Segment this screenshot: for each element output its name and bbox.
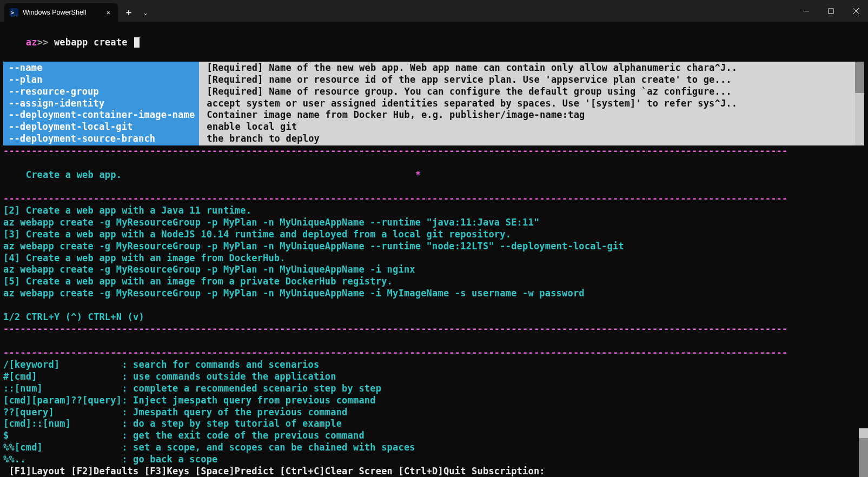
powershell-icon: >_	[10, 8, 18, 17]
doc-header: Create a web app. *	[3, 157, 866, 193]
separator-line: ----------------------------------------…	[3, 347, 866, 359]
help-label: %%..	[3, 454, 122, 466]
completion-option[interactable]: --deployment-source-branch	[9, 133, 195, 145]
completion-option[interactable]: --plan	[9, 74, 195, 86]
window-controls	[793, 0, 868, 22]
tab-title: Windows PowerShell	[23, 9, 100, 16]
completion-dropdown[interactable]: --name --plan --resource-group --assign-…	[3, 62, 864, 145]
prompt-symbol: >>	[37, 37, 54, 48]
completion-description: [Required] Name of resource group. You c…	[207, 86, 864, 98]
help-label: #[cmd]	[3, 371, 122, 383]
footer-hints: [F1]Layout [F2]Defaults [F3]Keys [Space]…	[3, 466, 866, 477]
help-description: : set a scope, and scopes can be chained…	[122, 442, 415, 453]
completion-option[interactable]: --deployment-container-image-name	[9, 109, 195, 121]
new-tab-button[interactable]: ＋	[118, 3, 140, 22]
completion-option[interactable]: --assign-identity	[9, 98, 195, 110]
help-description: : search for commands and scenarios	[122, 359, 319, 370]
help-label: ::[num]	[3, 383, 122, 395]
page-scrollbar[interactable]	[859, 428, 868, 477]
example-line: [3] Create a web app with a NodeJS 10.14…	[3, 229, 866, 241]
separator-line: ----------------------------------------…	[3, 145, 866, 157]
completion-option[interactable]: --resource-group	[9, 86, 195, 98]
help-line: ::[num] : complete a recommended scenari…	[3, 383, 866, 395]
help-label: /[keyword]	[3, 359, 122, 371]
help-label: [cmd][param]??[query]	[3, 395, 122, 407]
help-description: : complete a recommended scenario step b…	[122, 383, 381, 394]
close-window-button[interactable]	[843, 0, 868, 22]
help-line: %%.. : go back a scope	[3, 454, 866, 466]
help-label: ??[query]	[3, 407, 122, 419]
help-label: %%[cmd]	[3, 442, 122, 454]
prompt-prefix: az	[26, 37, 37, 48]
example-line: [4] Create a web app with an image from …	[3, 253, 866, 264]
help-line: #[cmd] : use commands outside the applic…	[3, 371, 866, 383]
prompt-line: az>> webapp create	[3, 25, 866, 61]
help-line: [cmd]::[num] : do a step by step tutoria…	[3, 418, 866, 430]
completion-description: Container image name from Docker Hub, e.…	[207, 109, 864, 121]
shortcut-help: /[keyword] : search for commands and sce…	[3, 359, 866, 466]
completion-descriptions-column: [Required] Name of the new web app. Web …	[199, 62, 864, 145]
asterisk-icon: *	[415, 169, 421, 180]
completion-option[interactable]: --name	[9, 62, 195, 74]
help-description: : go back a scope	[122, 454, 217, 465]
help-description: : do a step by step tutorial of example	[122, 418, 342, 429]
svg-rect-1	[829, 9, 833, 14]
help-line: $ : get the exit code of the previous co…	[3, 430, 866, 442]
help-description: : Jmespath query of the previous command	[122, 407, 347, 418]
page-scrollbar-thumb[interactable]	[859, 438, 868, 477]
dropdown-scrollbar-thumb[interactable]	[855, 62, 864, 93]
separator-line: ----------------------------------------…	[3, 193, 866, 205]
tab-powershell[interactable]: >_ Windows PowerShell ✕	[4, 3, 118, 22]
example-line: az webapp create -g MyResourceGroup -p M…	[3, 217, 866, 229]
help-label: [cmd]::[num]	[3, 418, 122, 430]
help-line: /[keyword] : search for commands and sce…	[3, 359, 866, 371]
completion-option[interactable]: --deployment-local-git	[9, 121, 195, 133]
terminal-output[interactable]: az>> webapp create --name --plan --resou…	[0, 22, 868, 477]
example-line: [5] Create a web app with an image from …	[3, 276, 866, 288]
completion-options-column: --name --plan --resource-group --assign-…	[3, 62, 199, 145]
help-line: %%[cmd] : set a scope, and scopes can be…	[3, 442, 866, 454]
completion-description: accept system or user assigned identitie…	[207, 98, 864, 110]
window-titlebar: >_ Windows PowerShell ✕ ＋ ⌄	[0, 0, 868, 22]
help-description: : get the exit code of the previous comm…	[122, 430, 365, 441]
example-line: [2] Create a web app with a Java 11 runt…	[3, 205, 866, 217]
maximize-button[interactable]	[818, 0, 843, 22]
example-line: az webapp create -g MyResourceGroup -p M…	[3, 241, 866, 253]
help-line: [cmd][param]??[query]: Inject jmespath q…	[3, 395, 866, 407]
tab-dropdown-button[interactable]: ⌄	[140, 3, 151, 22]
help-label: $	[3, 430, 122, 442]
tab-close-button[interactable]: ✕	[104, 8, 112, 17]
help-line: ??[query] : Jmespath query of the previo…	[3, 407, 866, 419]
dropdown-scrollbar[interactable]	[855, 62, 864, 145]
help-description: : Inject jmespath query from previous co…	[122, 395, 376, 406]
help-description: : use commands outside the application	[122, 371, 336, 382]
example-line: az webapp create -g MyResourceGroup -p M…	[3, 264, 866, 276]
minimize-button[interactable]	[793, 0, 818, 22]
completion-description: enable local git	[207, 121, 864, 133]
command-input[interactable]: webapp create	[54, 37, 133, 48]
separator-line: ----------------------------------------…	[3, 323, 866, 335]
pager-hint: 1/2 CTRL+Y (^) CTRL+N (v)	[3, 312, 866, 323]
completion-description: the branch to deploy	[207, 133, 864, 145]
completion-description: [Required] Name of the new web app. Web …	[207, 62, 864, 74]
completion-description: [Required] name or resource id of the ap…	[207, 74, 864, 86]
example-line: az webapp create -g MyResourceGroup -p M…	[3, 288, 866, 300]
text-cursor	[134, 37, 140, 48]
